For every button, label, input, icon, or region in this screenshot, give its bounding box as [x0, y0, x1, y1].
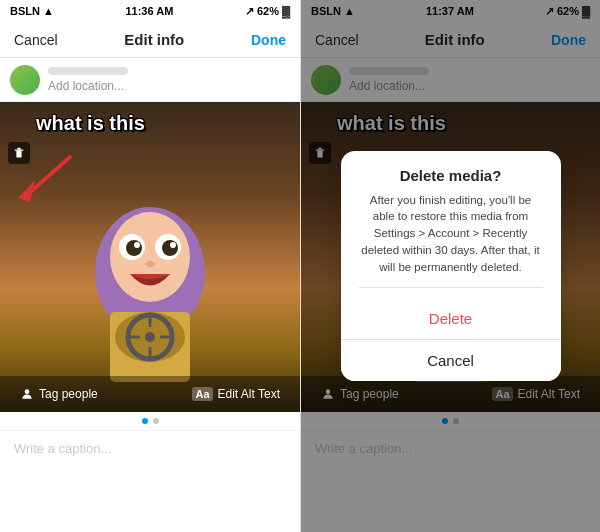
svg-point-8 — [162, 240, 178, 256]
character-svg-1 — [70, 182, 230, 382]
page-dots-1 — [0, 412, 300, 430]
nav-title-1: Edit info — [124, 31, 184, 48]
svg-point-11 — [145, 261, 155, 267]
done-button-1[interactable]: Done — [251, 32, 286, 48]
time-1: 11:36 AM — [125, 5, 173, 17]
dot-active-1 — [142, 418, 148, 424]
person-icon-1 — [20, 387, 34, 401]
status-left-1: BSLN ▲ — [10, 5, 54, 17]
svg-point-10 — [170, 242, 176, 248]
image-area-1: what is this Tag people Aa Edit Alt Text — [0, 102, 300, 412]
location-text-area-1: Add location... — [48, 67, 290, 93]
svg-point-15 — [145, 332, 155, 342]
meme-text-1: what is this — [36, 112, 145, 135]
top-nav-1: Cancel Edit info Done — [0, 22, 300, 58]
add-location-1[interactable]: Add location... — [48, 79, 290, 93]
signal-arrow-1: ↗ — [245, 5, 254, 18]
caption-row-1[interactable]: Write a caption... — [0, 430, 300, 469]
delete-modal: Delete media? After you finish editing, … — [341, 151, 561, 381]
dot-inactive-1 — [153, 418, 159, 424]
status-right-1: ↗ 62% ▓ — [245, 5, 290, 18]
modal-title: Delete media? — [359, 167, 543, 184]
svg-marker-21 — [18, 180, 35, 202]
bottom-toolbar-1: Tag people Aa Edit Alt Text — [0, 376, 300, 412]
svg-line-20 — [28, 157, 70, 194]
red-arrow-1 — [0, 142, 80, 222]
aa-icon-1: Aa — [192, 387, 212, 401]
battery-icon-1: ▓ — [282, 5, 290, 17]
svg-point-22 — [25, 389, 30, 394]
svg-point-9 — [134, 242, 140, 248]
edit-alt-text-btn-1[interactable]: Aa Edit Alt Text — [192, 387, 280, 401]
modal-cancel-button[interactable]: Cancel — [341, 339, 561, 381]
modal-overlay: Delete media? After you finish editing, … — [301, 0, 600, 532]
modal-delete-button[interactable]: Delete — [341, 298, 561, 339]
tag-people-btn-1[interactable]: Tag people — [20, 387, 98, 401]
cancel-button-1[interactable]: Cancel — [14, 32, 58, 48]
modal-divider — [359, 287, 543, 288]
screen2: BSLN ▲ 11:37 AM ↗ 62% ▓ Cancel Edit info… — [300, 0, 600, 532]
modal-body: After you finish editing, you'll be able… — [359, 192, 543, 275]
avatar-1 — [10, 65, 40, 95]
svg-point-4 — [110, 212, 190, 302]
modal-content: Delete media? After you finish editing, … — [341, 151, 561, 298]
status-bar-1: BSLN ▲ 11:36 AM ↗ 62% ▓ — [0, 0, 300, 22]
screen1: BSLN ▲ 11:36 AM ↗ 62% ▓ Cancel Edit info… — [0, 0, 300, 532]
carrier-1: BSLN — [10, 5, 40, 17]
wifi-icon-1: ▲ — [43, 5, 54, 17]
battery-1: 62% — [257, 5, 279, 17]
caption-placeholder-1: Write a caption... — [14, 441, 111, 456]
svg-point-7 — [126, 240, 142, 256]
location-row-1: Add location... — [0, 58, 300, 102]
username-bar-1 — [48, 67, 128, 75]
